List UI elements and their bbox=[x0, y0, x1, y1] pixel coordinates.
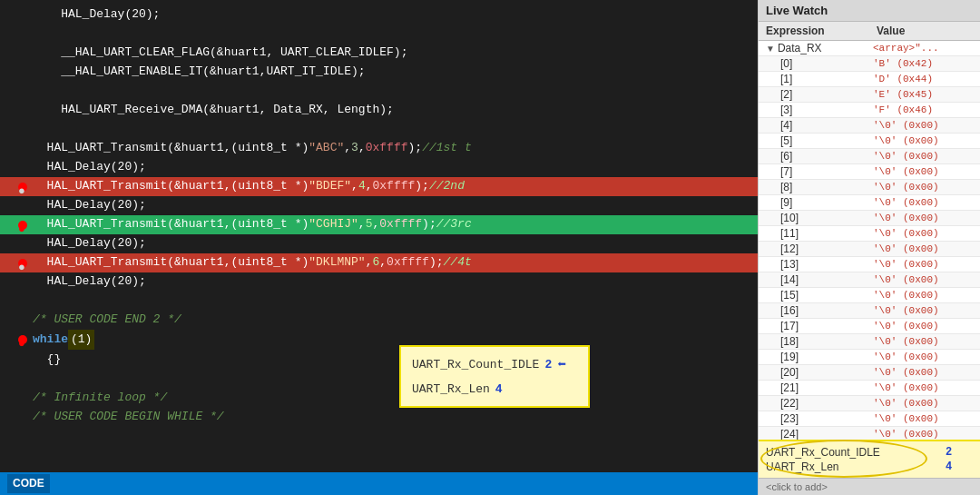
list-item[interactable]: [19]'\0' (0x00) bbox=[759, 350, 980, 365]
list-item[interactable]: [2]'E' (0x45) bbox=[759, 87, 980, 103]
code-line: {} bbox=[0, 350, 758, 369]
list-item[interactable]: [13]'\0' (0x00) bbox=[759, 257, 980, 272]
list-item[interactable]: [22]'\0' (0x00) bbox=[759, 396, 980, 411]
list-item[interactable]: [11]'\0' (0x00) bbox=[759, 226, 980, 242]
list-item[interactable]: [10]'\0' (0x00) bbox=[759, 211, 980, 226]
code-line-while: ● while(1) bbox=[0, 330, 758, 350]
list-item[interactable]: [20]'\0' (0x00) bbox=[759, 365, 980, 381]
list-item[interactable]: [3]'F' (0x46) bbox=[759, 103, 980, 118]
code-line bbox=[0, 82, 758, 101]
watch-root-val: <array>"... bbox=[873, 43, 973, 54]
tooltip-value-1: 2 bbox=[544, 356, 552, 374]
list-item[interactable]: [23]'\0' (0x00) bbox=[759, 411, 980, 427]
tooltip-label-1: UART_Rx_Count_IDLE bbox=[412, 356, 539, 374]
watch-bottom-expr-1: UART_Rx_Count_IDLE bbox=[766, 446, 946, 459]
list-item[interactable]: [17]'\0' (0x00) bbox=[759, 319, 980, 334]
arrow-icon: ⬅ bbox=[557, 354, 566, 377]
code-line bbox=[0, 120, 758, 139]
click-to-add[interactable]: <click to add> bbox=[759, 478, 980, 495]
watch-title: Live Watch bbox=[759, 0, 980, 22]
code-line: HAL_Delay(20); bbox=[0, 158, 758, 177]
list-item[interactable]: [0]'B' (0x42) bbox=[759, 56, 980, 72]
watch-bottom-expr-2: UART_Rx_Len bbox=[766, 460, 946, 473]
tooltip-overlay: UART_Rx_Count_IDLE 2 ⬅ UART_Rx_Len 4 bbox=[399, 345, 590, 408]
code-line: HAL_Delay(20); bbox=[0, 196, 758, 215]
code-line-green: ● HAL_UART_Transmit(&huart1,(uint8_t *)"… bbox=[0, 215, 758, 234]
code-line bbox=[0, 25, 758, 44]
list-item[interactable]: [4]'\0' (0x00) bbox=[759, 118, 980, 134]
tooltip-value-2: 4 bbox=[495, 381, 503, 399]
tooltip-row-2: UART_Rx_Len 4 bbox=[412, 379, 577, 401]
watch-header-val: Value bbox=[873, 25, 973, 37]
list-item[interactable]: [7]'\0' (0x00) bbox=[759, 164, 980, 180]
code-line-comment: /* USER CODE END 2 */ bbox=[0, 311, 758, 330]
list-item[interactable]: [12]'\0' (0x00) bbox=[759, 242, 980, 257]
list-item[interactable]: [15]'\0' (0x00) bbox=[759, 288, 980, 303]
list-item[interactable]: [1]'D' (0x44) bbox=[759, 72, 980, 87]
watch-bottom: UART_Rx_Count_IDLE 2 UART_Rx_Len 4 bbox=[759, 440, 980, 478]
list-item[interactable]: [16]'\0' (0x00) bbox=[759, 303, 980, 319]
code-line: HAL_Delay(20); bbox=[0, 234, 758, 253]
code-line bbox=[0, 369, 758, 388]
code-panel: HAL_Delay(20); __HAL_UART_CLEAR_FLAG(&hu… bbox=[0, 0, 758, 495]
code-line: HAL_Delay(20); bbox=[0, 272, 758, 292]
watch-bottom-row-2: UART_Rx_Len 4 bbox=[766, 460, 973, 474]
code-line: __HAL_UART_ENABLE_IT(&huart1,UART_IT_IDL… bbox=[0, 63, 758, 82]
watch-root-expr: ▼Data_RX bbox=[766, 42, 873, 54]
list-item[interactable]: [18]'\0' (0x00) bbox=[759, 334, 980, 350]
list-item[interactable]: [24]'\0' (0x00) bbox=[759, 427, 980, 440]
watch-header-expr: Expression bbox=[766, 25, 873, 37]
code-line-comment: /* USER CODE BEGIN WHILE */ bbox=[0, 407, 758, 426]
watch-bottom-val-2: 4 bbox=[946, 460, 973, 473]
watch-bottom-val-1: 2 bbox=[946, 446, 973, 459]
code-line: __HAL_UART_CLEAR_FLAG(&huart1, UART_CLEA… bbox=[0, 44, 758, 63]
watch-bottom-row-1: UART_Rx_Count_IDLE 2 bbox=[766, 445, 973, 460]
list-item[interactable]: [14]'\0' (0x00) bbox=[759, 272, 980, 288]
list-item[interactable]: [6]'\0' (0x00) bbox=[759, 149, 980, 164]
code-line-comment: /* Infinite loop */ bbox=[0, 388, 758, 407]
code-line-red-1: ● HAL_UART_Transmit(&huart1,(uint8_t *)"… bbox=[0, 177, 758, 196]
list-item[interactable]: [8]'\0' (0x00) bbox=[759, 180, 980, 195]
watch-root-row[interactable]: ▼Data_RX <array>"... bbox=[759, 41, 980, 56]
code-line bbox=[0, 292, 758, 311]
code-line: HAL_UART_Receive_DMA(&huart1, Data_RX, L… bbox=[0, 101, 758, 120]
tooltip-row-1: UART_Rx_Count_IDLE 2 ⬅ bbox=[412, 352, 577, 379]
code-line-red-2: ● HAL_UART_Transmit(&huart1,(uint8_t *)"… bbox=[0, 253, 758, 272]
watch-panel: Live Watch Expression Value ▼Data_RX <ar… bbox=[758, 0, 980, 495]
tooltip-label-2: UART_Rx_Len bbox=[412, 381, 490, 399]
list-item[interactable]: [21]'\0' (0x00) bbox=[759, 381, 980, 396]
watch-header: Expression Value bbox=[759, 22, 980, 41]
code-line: HAL_Delay(20); bbox=[0, 5, 758, 25]
list-item[interactable]: [5]'\0' (0x00) bbox=[759, 134, 980, 149]
code-line: HAL_UART_Transmit(&huart1,(uint8_t *)"AB… bbox=[0, 139, 758, 158]
watch-rows[interactable]: ▼Data_RX <array>"... [0]'B' (0x42) [1]'D… bbox=[759, 41, 980, 440]
code-label: CODE bbox=[7, 474, 50, 493]
list-item[interactable]: [9]'\0' (0x00) bbox=[759, 195, 980, 211]
